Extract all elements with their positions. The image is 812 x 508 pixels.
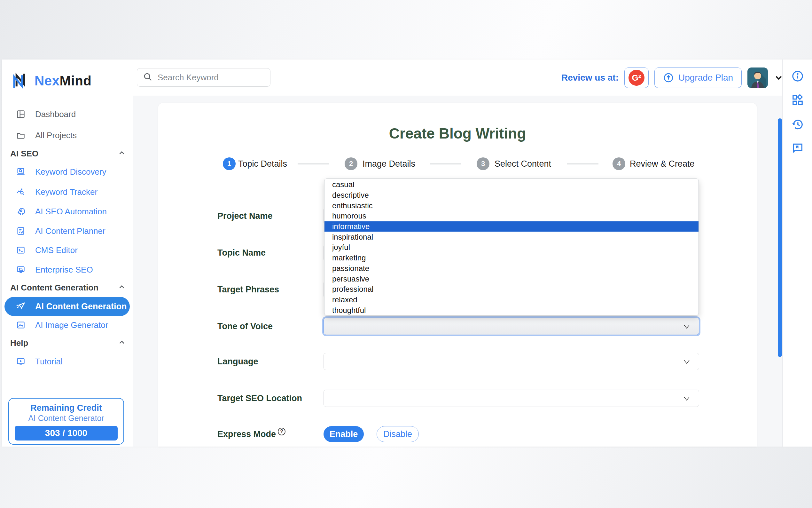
target-seo-location-select[interactable] <box>324 390 699 407</box>
dropdown-option[interactable]: descriptive <box>325 190 699 201</box>
sidebar-section-ai-content-generation[interactable]: AI Content Generation <box>10 281 125 295</box>
content-planner-icon <box>16 226 26 236</box>
chevron-down-icon <box>683 324 690 331</box>
sidebar-item-all-projects[interactable]: All Projects <box>2 128 133 142</box>
language-select[interactable] <box>324 353 699 370</box>
sidebar-item-ai-image-generator[interactable]: AI Image Generator <box>2 318 133 332</box>
avatar[interactable] <box>748 68 768 88</box>
section-label: AI SEO <box>10 149 38 159</box>
dropdown-option[interactable]: joyful <box>325 242 699 253</box>
sidebar-item-label: AI SEO Automation <box>35 207 107 217</box>
sidebar-item-label: Keyword Discovery <box>35 167 106 177</box>
dropdown-option[interactable]: humorous <box>325 211 699 221</box>
g2-review-button[interactable]: G² <box>624 68 649 88</box>
g2-logo-icon: G² <box>628 70 644 86</box>
app-window: NexMind Dashboard All Projects <box>2 59 812 447</box>
sidebar-item-label: AI Content Generation <box>35 302 127 311</box>
step-1-circle: 1 <box>223 157 236 170</box>
upgrade-plan-button[interactable]: Upgrade Plan <box>654 68 742 88</box>
brand-logo[interactable]: NexMind <box>11 71 92 91</box>
dropdown-option[interactable]: enthusiastic <box>325 200 699 211</box>
credit-title: Remaining Credit <box>30 403 102 413</box>
step-connector <box>430 164 461 164</box>
info-icon[interactable] <box>791 69 805 83</box>
sidebar-item-label: Dashboard <box>35 110 76 119</box>
nexmind-logo-icon <box>11 71 30 91</box>
step-connector <box>567 164 599 164</box>
sidebar-item-label: Keyword Tracker <box>35 187 97 197</box>
tone-of-voice-label: Tone of Voice <box>218 320 273 333</box>
tone-of-voice-select[interactable] <box>324 318 699 335</box>
sidebar-item-dashboard[interactable]: Dashboard <box>2 107 133 121</box>
enterprise-seo-icon <box>16 265 26 274</box>
topic-name-label: Topic Name <box>218 246 266 259</box>
chevron-up-icon <box>117 283 126 292</box>
sidebar-item-keyword-discovery[interactable]: Keyword Discovery <box>2 165 133 179</box>
chevron-down-icon <box>683 358 690 366</box>
chevron-down-icon <box>683 395 690 403</box>
dropdown-option-highlighted[interactable]: informative <box>325 221 699 232</box>
review-us-label: Review us at: <box>561 73 619 83</box>
step-4-circle: 4 <box>613 157 625 170</box>
sidebar-item-ai-content-planner[interactable]: AI Content Planner <box>2 224 133 238</box>
video-tutorial-icon <box>16 357 26 366</box>
sidebar-section-ai-seo[interactable]: AI SEO <box>10 146 125 161</box>
dropdown-option[interactable]: professional <box>325 284 699 295</box>
tone-of-voice-dropdown: casual descriptive enthusiastic humorous… <box>324 178 699 315</box>
step-connector <box>298 164 329 164</box>
page-title: Create Blog Writing <box>158 125 757 142</box>
sidebar-item-label: All Projects <box>35 130 77 140</box>
image-icon <box>16 320 26 330</box>
vertical-scrollbar[interactable] <box>778 118 782 357</box>
sidebar-item-label: AI Content Planner <box>35 226 105 236</box>
widgets-icon[interactable] <box>791 93 805 107</box>
target-seo-location-label: Target SEO Location <box>218 392 302 405</box>
express-enable-button[interactable]: Enable <box>324 426 364 442</box>
dropdown-option[interactable]: thoughtful <box>325 305 699 315</box>
sidebar-item-cms-editor[interactable]: CMS Editor <box>2 243 133 257</box>
search-input[interactable] <box>157 72 259 83</box>
sidebar-item-enterprise-seo[interactable]: Enterprise SEO <box>2 263 133 277</box>
topbar-right-cluster: Review us at: G² Upgrade Plan <box>561 68 784 88</box>
sidebar-item-keyword-tracker[interactable]: Keyword Tracker <box>2 185 133 199</box>
step-4-label: Review & Create <box>630 159 695 169</box>
keyword-tracker-icon <box>16 187 26 197</box>
sidebar-item-ai-seo-automation[interactable]: AI SEO Automation <box>2 204 133 218</box>
credit-subtitle: AI Content Generator <box>28 414 104 423</box>
dropdown-option[interactable]: inspirational <box>325 231 699 242</box>
target-phrases-label: Target Phrases <box>218 283 279 296</box>
upgrade-plan-label: Upgrade Plan <box>678 73 733 83</box>
dropdown-option[interactable]: casual <box>325 179 699 190</box>
section-label: Help <box>10 338 28 348</box>
sidebar-item-ai-content-generation-active[interactable]: AI Content Generation <box>4 297 130 316</box>
sidebar-item-label: Tutorial <box>35 357 63 367</box>
terminal-icon <box>16 245 26 255</box>
sidebar: NexMind Dashboard All Projects <box>2 59 133 447</box>
content-generation-icon <box>15 301 26 311</box>
express-disable-button[interactable]: Disable <box>377 426 419 442</box>
sidebar-item-tutorial[interactable]: Tutorial <box>2 354 133 369</box>
step-2-label: Image Details <box>363 159 415 169</box>
dropdown-option[interactable]: relaxed <box>325 295 699 305</box>
sidebar-section-help[interactable]: Help <box>10 336 125 350</box>
remaining-credit-card: Remaining Credit AI Content Generator 30… <box>8 398 124 444</box>
dropdown-option[interactable]: marketing <box>325 253 699 263</box>
search-box[interactable] <box>137 68 271 87</box>
express-mode-label: Express Mode <box>218 429 276 439</box>
sidebar-item-label: CMS Editor <box>35 245 78 255</box>
step-3-circle: 3 <box>477 157 489 170</box>
section-label: AI Content Generation <box>10 283 98 293</box>
screen: NexMind Dashboard All Projects <box>0 0 812 508</box>
keyword-discovery-icon <box>16 167 26 177</box>
step-1-label: Topic Details <box>238 159 287 169</box>
chevron-up-icon <box>117 338 126 348</box>
ai-automation-icon <box>16 207 26 216</box>
feedback-icon[interactable] <box>791 141 805 155</box>
dropdown-option[interactable]: passionate <box>325 263 699 274</box>
sidebar-item-label: Enterprise SEO <box>35 265 93 275</box>
dashboard-icon <box>16 110 26 119</box>
dropdown-option[interactable]: persuasive <box>325 273 699 284</box>
history-icon[interactable] <box>791 117 805 131</box>
credit-value-badge[interactable]: 303 / 1000 <box>15 426 117 440</box>
help-question-icon[interactable]: ? <box>278 428 285 435</box>
